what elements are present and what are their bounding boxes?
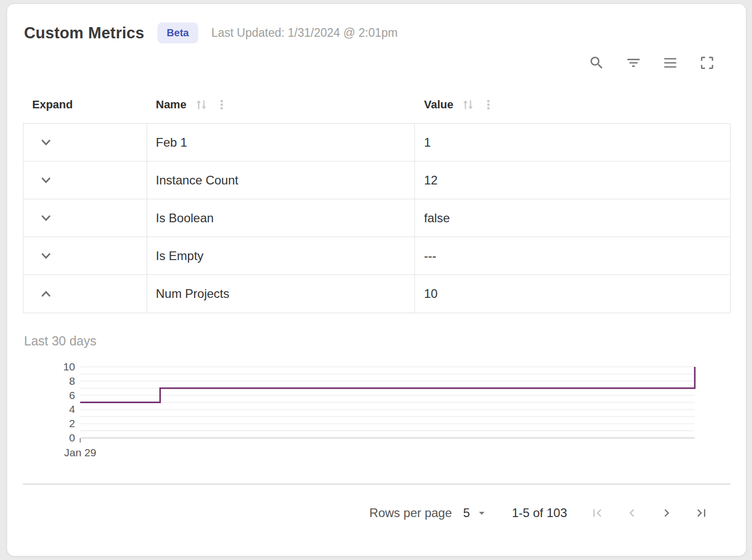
name-cell: Is Empty bbox=[147, 237, 415, 274]
value-cell: 1 bbox=[415, 124, 730, 161]
dropdown-arrow-icon bbox=[475, 506, 488, 520]
table-row: Is Boolean false bbox=[24, 199, 730, 237]
step-line-chart: 0246810Jan 29 bbox=[39, 361, 703, 462]
rows-per-page-value: 5 bbox=[463, 506, 470, 520]
previous-page-button[interactable] bbox=[624, 505, 640, 521]
expand-cell bbox=[24, 124, 147, 161]
rows-per-page-label: Rows per page bbox=[369, 506, 452, 520]
expand-cell bbox=[24, 161, 147, 199]
name-cell: Instance Count bbox=[147, 161, 415, 199]
svg-text:2: 2 bbox=[69, 417, 75, 429]
filter-icon bbox=[625, 55, 642, 71]
value-cell: 10 bbox=[415, 275, 730, 313]
page-range-label: 1-5 of 103 bbox=[512, 506, 567, 520]
table-row: Instance Count 12 bbox=[24, 161, 730, 199]
column-menu-icon[interactable] bbox=[482, 98, 495, 111]
svg-text:6: 6 bbox=[69, 389, 75, 401]
rows-per-page-select[interactable]: 5 bbox=[463, 506, 488, 520]
table-row: Feb 1 1 bbox=[24, 124, 730, 161]
density-icon bbox=[662, 55, 678, 71]
svg-text:10: 10 bbox=[63, 361, 75, 372]
filter-button[interactable] bbox=[625, 55, 642, 71]
chevron-right-icon bbox=[659, 505, 674, 521]
name-cell: Is Boolean bbox=[147, 199, 415, 237]
custom-metrics-card: Custom Metrics Beta Last Updated: 1/31/2… bbox=[7, 4, 746, 556]
fullscreen-icon bbox=[699, 55, 715, 71]
search-button[interactable] bbox=[589, 55, 605, 71]
next-page-button[interactable] bbox=[659, 505, 674, 521]
expand-cell bbox=[24, 275, 147, 313]
chevron-down-icon[interactable] bbox=[38, 173, 54, 188]
table-row-expanded: Num Projects 10 bbox=[24, 275, 730, 313]
table-body: Feb 1 1 Instance Count 12 Is Boo bbox=[23, 123, 731, 313]
expand-cell bbox=[24, 199, 147, 237]
last-page-icon bbox=[694, 505, 709, 521]
column-header-expand: Expand bbox=[23, 98, 147, 111]
pagination-footer: Rows per page 5 1-5 of 103 bbox=[23, 483, 731, 541]
column-header-label: Expand bbox=[32, 98, 73, 111]
value-cell: --- bbox=[415, 237, 730, 274]
value-cell: 12 bbox=[415, 161, 730, 199]
metrics-table: Expand Name Value bbox=[23, 86, 731, 313]
name-cell: Feb 1 bbox=[147, 124, 415, 161]
last-updated-text: Last Updated: 1/31/2024 @ 2:01pm bbox=[212, 26, 398, 40]
chevron-up-icon[interactable] bbox=[38, 286, 54, 301]
expand-cell bbox=[24, 237, 147, 274]
card-header: Custom Metrics Beta Last Updated: 1/31/2… bbox=[24, 22, 746, 43]
svg-text:8: 8 bbox=[69, 375, 75, 387]
first-page-button[interactable] bbox=[590, 505, 605, 521]
page-title: Custom Metrics bbox=[24, 24, 144, 42]
column-header-name[interactable]: Name bbox=[147, 97, 415, 112]
fullscreen-button[interactable] bbox=[699, 55, 715, 71]
column-header-value[interactable]: Value bbox=[415, 97, 731, 112]
trend-chart: 0246810Jan 29 bbox=[39, 361, 746, 464]
sort-icon[interactable] bbox=[194, 97, 209, 112]
value-cell: false bbox=[415, 199, 730, 237]
density-button[interactable] bbox=[662, 55, 678, 71]
svg-text:0: 0 bbox=[69, 432, 75, 444]
table-row: Is Empty --- bbox=[24, 237, 730, 275]
name-cell: Num Projects bbox=[147, 275, 415, 313]
column-header-label: Name bbox=[156, 98, 186, 111]
chevron-down-icon[interactable] bbox=[38, 248, 54, 264]
search-icon bbox=[589, 55, 605, 71]
beta-badge: Beta bbox=[157, 22, 198, 43]
first-page-icon bbox=[590, 505, 605, 521]
svg-text:Jan 29: Jan 29 bbox=[64, 447, 96, 458]
table-header-row: Expand Name Value bbox=[23, 86, 731, 123]
column-menu-icon[interactable] bbox=[215, 98, 228, 111]
chevron-down-icon[interactable] bbox=[38, 211, 54, 226]
sort-icon[interactable] bbox=[460, 97, 476, 112]
last-page-button[interactable] bbox=[694, 505, 709, 521]
svg-text:4: 4 bbox=[69, 403, 75, 415]
pager-controls bbox=[590, 505, 709, 521]
grid-toolbar bbox=[7, 55, 715, 71]
chevron-down-icon[interactable] bbox=[38, 135, 54, 150]
chevron-left-icon bbox=[624, 505, 640, 521]
chart-title: Last 30 days bbox=[24, 334, 746, 348]
column-header-label: Value bbox=[424, 98, 453, 111]
